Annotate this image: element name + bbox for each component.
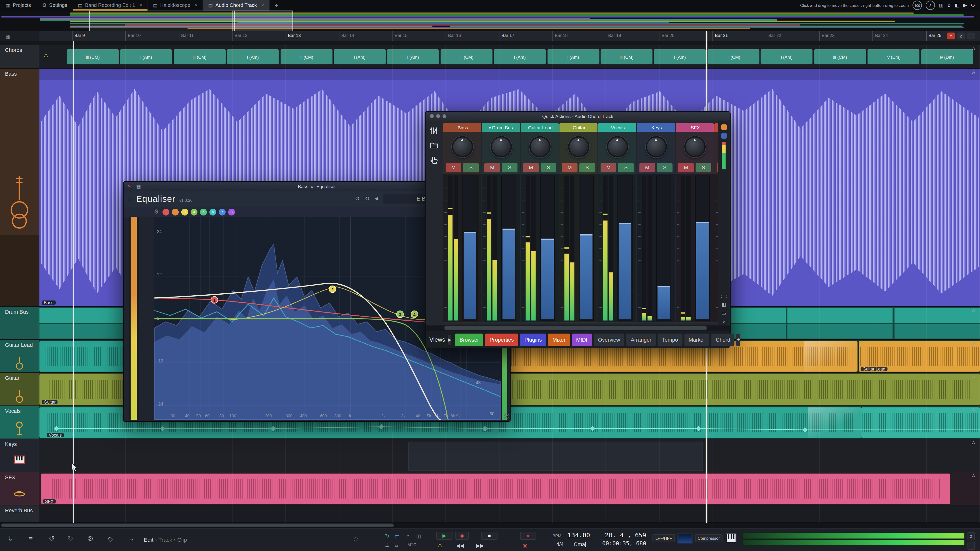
warning-icon[interactable]: ⚠	[43, 52, 49, 59]
band-button[interactable]: 6	[210, 208, 216, 215]
automation-badge[interactable]: A	[972, 308, 975, 313]
anchor-icon[interactable]: ⊥	[385, 542, 389, 548]
topbar-icon[interactable]: ▥	[939, 2, 943, 8]
automation-badge[interactable]: A	[972, 407, 975, 412]
chord-block[interactable]: iii (CM)	[707, 49, 759, 64]
band-button[interactable]: 7	[219, 208, 226, 215]
zoom-button[interactable]: z	[957, 33, 965, 40]
track-header-sfx[interactable]: SFX	[0, 472, 40, 505]
fader-track[interactable]	[501, 176, 516, 321]
prev-preset-icon[interactable]: ◀	[375, 196, 378, 201]
redo-icon[interactable]: ↻	[365, 195, 369, 202]
timeline-ruler[interactable]: ▦ Bar 9 Bar 10 Bar 11 Bar 12 Bar 13 Bar …	[0, 31, 980, 42]
compressor-button[interactable]: Compressor	[695, 534, 722, 542]
clip-label[interactable]: SFX	[43, 499, 56, 503]
import-icon[interactable]: ⇩	[8, 535, 13, 543]
chord-block[interactable]: iii (CM)	[441, 49, 492, 64]
channel-header[interactable]: Guitar Lead	[520, 123, 559, 132]
close-icon[interactable]	[430, 114, 434, 118]
eq-band-node[interactable]: 2	[329, 286, 336, 293]
topbar-icon[interactable]: ◧	[955, 2, 959, 8]
settings-gear-icon[interactable]: ⚙	[154, 209, 159, 215]
automation-badge[interactable]: A	[972, 374, 975, 379]
chord-block[interactable]: iii (CM)	[601, 49, 653, 64]
chord-block[interactable]: i (Am)	[761, 49, 813, 64]
minimize-icon[interactable]	[436, 114, 440, 118]
settings-menu[interactable]: ⚙ Settings	[37, 0, 73, 11]
topbar-icon[interactable]: ⊙	[971, 2, 975, 8]
mute-button[interactable]: M	[640, 163, 655, 172]
window-titlebar[interactable]: Quick Actions - Audio Chord Track	[426, 112, 730, 121]
lock-icon[interactable]: ⌂	[395, 542, 398, 548]
bpm-value[interactable]: 134.00	[568, 532, 590, 538]
eq-band-node[interactable]: 3	[396, 311, 404, 318]
tab-close-icon[interactable]: ×	[139, 2, 142, 8]
band-button[interactable]: 1	[162, 208, 169, 215]
band-button[interactable]: 8	[228, 208, 235, 215]
chord-block[interactable]: iii (CM)	[280, 49, 332, 64]
key-signature[interactable]: Cmaj	[574, 541, 586, 547]
chord-block[interactable]: iii (CM)	[814, 49, 866, 64]
chord-block[interactable]: iii (CM)	[67, 49, 119, 64]
mixer-scrollbar[interactable]	[426, 326, 730, 330]
sliders-icon[interactable]	[430, 127, 438, 135]
fader-track[interactable]	[463, 176, 477, 321]
list-icon[interactable]: ≡	[29, 535, 33, 542]
view-button[interactable]: Marker	[684, 333, 710, 346]
mute-button[interactable]: M	[678, 163, 694, 172]
fader-track[interactable]	[579, 176, 593, 321]
keys-lane[interactable]	[40, 439, 980, 472]
view-button[interactable]: Mixer	[548, 333, 570, 346]
stop-button[interactable]: ■	[481, 532, 497, 540]
view-button[interactable]: Arranger	[627, 333, 656, 346]
filter-display[interactable]	[678, 534, 692, 544]
chord-block[interactable]: i (Am)	[120, 49, 172, 64]
solo-button[interactable]: S	[541, 163, 557, 172]
clip-label[interactable]: Bass	[42, 300, 56, 305]
channel-strip[interactable]: ▾ Drum Bus M S	[482, 123, 520, 323]
solo-button[interactable]: S	[463, 163, 479, 172]
clip-label[interactable]: Guitar Lead	[861, 367, 888, 371]
tools-icon[interactable]: ⚙	[88, 535, 94, 543]
solo-button[interactable]: S	[579, 163, 595, 172]
chord-block[interactable]: iii (CM)	[174, 49, 226, 64]
folder-icon[interactable]	[430, 142, 438, 149]
dots-icon[interactable]: ⋮⋮	[719, 293, 729, 299]
channel-header[interactable]: Bass	[443, 123, 481, 132]
clipboard-icon[interactable]: ▭	[721, 311, 726, 316]
channel-strip[interactable]: Guitar Lead M S	[520, 123, 559, 323]
play-button[interactable]: ▶	[436, 532, 452, 540]
meter-minus-button[interactable]: −	[967, 542, 975, 550]
automation-badge[interactable]: A	[972, 473, 975, 478]
channel-header[interactable]: Keys	[637, 123, 675, 132]
solo-button[interactable]: S	[695, 163, 711, 172]
playhead-time[interactable]: 00:00:35, 680	[597, 540, 646, 547]
mute-button[interactable]: M	[484, 163, 500, 172]
channel-strip[interactable]: Vocals M S	[598, 123, 636, 323]
add-view-button[interactable]: +	[737, 333, 740, 346]
channel-header[interactable]: SFX	[676, 123, 714, 132]
fader-track[interactable]	[695, 176, 710, 321]
volume-fader[interactable]	[464, 232, 476, 319]
chevron-down-icon[interactable]: ▾	[489, 125, 491, 130]
maximize-icon[interactable]	[442, 114, 446, 118]
scrollbar-thumb[interactable]	[1, 524, 394, 527]
volume-fader[interactable]	[619, 223, 632, 319]
channel-header[interactable]: ▾ Drum Bus	[482, 123, 520, 132]
band-button[interactable]: 4	[191, 208, 197, 215]
automation-badge[interactable]: A	[972, 70, 975, 75]
rewind-icon[interactable]: ◀◀	[456, 543, 464, 549]
sync-icon[interactable]: ↻	[385, 534, 389, 539]
tracks-icon[interactable]: ▦	[6, 33, 10, 39]
track-header-chords[interactable]: Chords	[0, 45, 40, 68]
chord-block[interactable]: iv (Dm)	[867, 49, 920, 64]
record-arm-icon[interactable]	[721, 124, 727, 130]
channel-strip[interactable]: Keys M S	[637, 123, 675, 323]
record-button[interactable]: ●	[520, 532, 536, 540]
automation-badge[interactable]: A	[972, 440, 975, 445]
resize-handle[interactable]	[504, 414, 509, 419]
fader-track[interactable]	[540, 176, 555, 321]
swap-icon[interactable]: ⇄	[395, 534, 399, 539]
punch-record-icon[interactable]: ◉	[523, 542, 528, 549]
sfx-lane[interactable]: SFX	[40, 472, 980, 505]
